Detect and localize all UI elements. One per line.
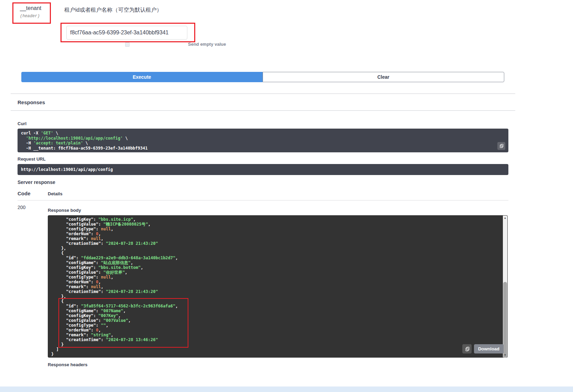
code-line: "configKey": "007Key", xyxy=(51,313,504,318)
download-button[interactable]: Download xyxy=(474,344,504,353)
code-line: -H __tenant: f8cf76aa-ac59-6399-23ef-3a1… xyxy=(21,146,505,151)
details-column-header: Details xyxy=(48,191,63,196)
response-row: 200 Response body "configKey": "bbs.site… xyxy=(18,205,508,367)
code-line: "remark": null, xyxy=(51,236,504,241)
request-url-value: http://localhost:19001/api/app/config xyxy=(21,167,113,172)
scroll-up-icon[interactable]: ▲ xyxy=(503,216,507,220)
send-empty-checkbox[interactable] xyxy=(125,42,130,47)
code-line: "creationTime": "2024-07-28 13:46:26" xyxy=(51,337,504,342)
copy-icon xyxy=(499,144,504,148)
code-line: "creationTime": "2024-07-28 21:43:20" xyxy=(51,289,504,294)
execute-button-group: Execute Clear xyxy=(21,72,504,82)
code-line: 'http://localhost:19001/api/app/config' … xyxy=(21,136,505,141)
code-column-header: Code xyxy=(18,190,48,196)
code-line: "configValue": "赣ICP备20008025号", xyxy=(51,222,504,227)
response-headers-label: Response headers xyxy=(48,362,508,367)
code-line: "configType": null, xyxy=(51,227,504,231)
code-line: { xyxy=(51,251,504,255)
parameters-section: __tenant (header) 租户id或者租户名称（可空为默认租户） Se… xyxy=(11,0,515,94)
code-line: "configType": null, xyxy=(51,275,504,280)
code-line: "id": "3fa85f64-5717-4562-b3fc-2c963f66a… xyxy=(51,304,504,308)
copy-icon xyxy=(465,347,470,351)
request-url-block: http://localhost:19001/api/app/config xyxy=(18,164,508,175)
code-line: "orderNum": 0, xyxy=(51,280,504,284)
code-line: "configName": "站点底部信息", xyxy=(51,260,504,265)
code-line: ] xyxy=(51,347,504,352)
code-line: "configKey": "bbs.site.bottom", xyxy=(51,265,504,270)
send-empty-row: Send empty value xyxy=(125,42,226,47)
response-scrollbar[interactable]: ▲ ▼ xyxy=(503,216,507,357)
responses-section-title: Responses xyxy=(11,94,515,111)
execute-button[interactable]: Execute xyxy=(21,72,263,82)
status-code: 200 xyxy=(18,205,48,367)
responses-body: Curl curl -X 'GET' \ 'http://localhost:1… xyxy=(11,121,515,367)
response-table-header: Code Details xyxy=(18,190,508,200)
curl-label: Curl xyxy=(18,121,508,126)
parameter-description: 租户id或者租户名称（可空为默认租户） xyxy=(64,7,162,14)
annotation-box-input xyxy=(60,23,195,42)
tenant-input[interactable] xyxy=(66,26,187,40)
server-response-label: Server response xyxy=(18,179,508,185)
code-line: -H 'accept: text/plain' \ xyxy=(21,141,505,146)
response-body-block: "configKey": "bbs.site.icp", "configValu… xyxy=(48,215,508,358)
annotation-box-parameter: __tenant (header) xyxy=(12,2,51,24)
curl-code-block: curl -X 'GET' \ 'http://localhost:19001/… xyxy=(18,129,508,152)
scrollbar-thumb[interactable] xyxy=(503,282,507,358)
code-line: "creationTime": "2024-07-28 21:43:20" xyxy=(51,241,504,246)
send-empty-label: Send empty value xyxy=(188,42,226,47)
request-url-label: Request URL xyxy=(18,156,508,162)
code-line: "configKey": "bbs.site.icp", xyxy=(51,217,504,222)
clear-button[interactable]: Clear xyxy=(263,72,505,82)
code-line: } xyxy=(51,342,504,347)
page-background-strip xyxy=(0,386,573,392)
code-line: } xyxy=(51,352,504,357)
code-line: "configValue": "007Value", xyxy=(51,318,504,323)
code-line: curl -X 'GET' \ xyxy=(21,131,505,136)
code-line: }, xyxy=(51,294,504,299)
code-line: "configValue": "你好世界", xyxy=(51,270,504,275)
swagger-ui-page: __tenant (header) 租户id或者租户名称（可空为默认租户） Se… xyxy=(0,0,573,392)
operation-content: __tenant (header) 租户id或者租户名称（可空为默认租户） Se… xyxy=(11,0,515,367)
code-line: "configName": "007Name", xyxy=(51,308,504,313)
scroll-down-icon[interactable]: ▼ xyxy=(503,353,507,357)
response-details-column: Response body "configKey": "bbs.site.icp… xyxy=(48,205,508,367)
parameter-name: __tenant xyxy=(20,5,50,11)
code-line: "orderNum": 0, xyxy=(51,328,504,333)
code-line: "id": "fddae229-a2e9-ddb3-648a-3a140bc1b… xyxy=(51,255,504,260)
code-line: "remark": null, xyxy=(51,284,504,289)
code-line: }, xyxy=(51,246,504,251)
response-body-label: Response body xyxy=(48,208,508,213)
parameter-location: (header) xyxy=(20,14,50,19)
code-line: "configType": "", xyxy=(51,323,504,328)
response-copy-button[interactable] xyxy=(462,344,472,353)
code-line: "remark": "string", xyxy=(51,333,504,337)
curl-copy-button[interactable] xyxy=(497,142,505,150)
code-line: "orderNum": 0, xyxy=(51,231,504,236)
code-line: { xyxy=(51,299,504,304)
